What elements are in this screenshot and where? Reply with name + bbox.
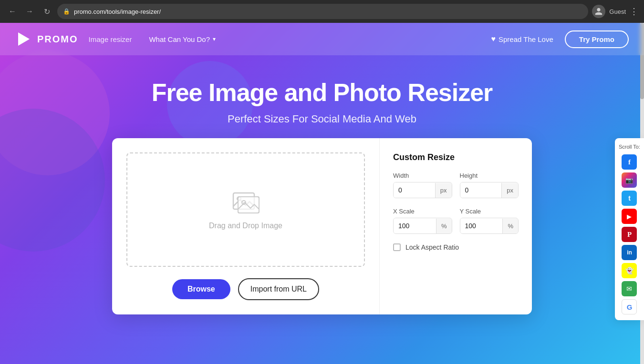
spread-love-label: Spread The Love	[499, 35, 553, 43]
width-label: Width	[393, 172, 452, 179]
app-header: PROMO Image resizer What Can You Do? ▾ ♥…	[0, 23, 644, 55]
menu-dots[interactable]: ⋮	[630, 6, 638, 17]
scroll-to-instagram[interactable]: 📷	[622, 172, 637, 188]
nav-label: What Can You Do?	[149, 35, 210, 43]
lock-aspect-label: Lock Aspect Ratio	[405, 243, 459, 251]
scroll-to-email[interactable]: ✉	[622, 281, 637, 296]
main-card: Drag and Drop Image Browse Import from U…	[112, 138, 532, 314]
xscale-input-wrap: %	[393, 218, 452, 234]
svg-marker-0	[18, 32, 30, 46]
upload-area: Drag and Drop Image Browse Import from U…	[112, 138, 379, 314]
hero-subtitle: Perfect Sizes For Social Media And Web	[0, 113, 644, 125]
lock-aspect-checkbox[interactable]	[393, 243, 401, 251]
yscale-unit: %	[502, 219, 518, 233]
xscale-group: X Scale %	[393, 208, 452, 234]
xscale-input[interactable]	[394, 218, 436, 233]
browser-right: Guest ⋮	[592, 5, 638, 18]
hero-text: Free Image and Photo Resizer Perfect Siz…	[0, 79, 644, 125]
yscale-group: Y Scale %	[460, 208, 519, 234]
nav-menu[interactable]: What Can You Do? ▾	[149, 35, 216, 43]
scroll-to-twitter[interactable]: t	[622, 191, 637, 206]
chevron-down-icon: ▾	[213, 36, 216, 42]
scroll-to-label: Scroll To:	[619, 144, 640, 150]
dimensions-row: Width px Height px	[393, 172, 519, 198]
try-promo-button[interactable]: Try Promo	[565, 30, 629, 48]
width-input-wrap: px	[393, 182, 452, 198]
guest-avatar[interactable]	[592, 5, 605, 18]
drop-zone[interactable]: Drag and Drop Image	[126, 152, 365, 267]
xscale-label: X Scale	[393, 208, 452, 215]
heart-icon: ♥	[491, 35, 496, 43]
height-label: Height	[460, 172, 519, 179]
app-title: Image resizer	[89, 35, 132, 43]
promo-logo-icon	[15, 30, 32, 48]
logo-area: PROMO Image resizer	[15, 30, 132, 48]
height-input[interactable]	[460, 182, 502, 198]
lock-icon: 🔒	[63, 8, 70, 15]
forward-button[interactable]: →	[23, 5, 36, 18]
height-unit: px	[501, 183, 518, 198]
scroll-to-pinterest[interactable]: P	[622, 227, 637, 242]
browse-button[interactable]: Browse	[172, 279, 230, 299]
yscale-label: Y Scale	[460, 208, 519, 215]
scroll-to-snapchat[interactable]: 👻	[622, 263, 637, 278]
back-button[interactable]: ←	[6, 5, 19, 18]
guest-label: Guest	[609, 8, 626, 15]
scroll-to-linkedin[interactable]: in	[622, 245, 637, 260]
image-placeholder-icon	[231, 189, 260, 216]
spread-love-button[interactable]: ♥ Spread The Love	[491, 35, 553, 43]
width-input[interactable]	[394, 182, 435, 198]
url-text: promo.com/tools/image-resizer/	[74, 8, 161, 15]
drop-label: Drag and Drop Image	[209, 222, 282, 230]
width-unit: px	[435, 183, 452, 198]
upload-buttons: Browse Import from URL	[172, 278, 319, 300]
svg-rect-3	[238, 197, 259, 213]
resize-title: Custom Resize	[393, 152, 519, 162]
scale-row: X Scale % Y Scale %	[393, 208, 519, 234]
browser-chrome: ← → ↻ 🔒 promo.com/tools/image-resizer/ G…	[0, 0, 644, 23]
import-url-button[interactable]: Import from URL	[238, 278, 319, 300]
address-bar[interactable]: 🔒 promo.com/tools/image-resizer/	[57, 4, 588, 19]
height-input-wrap: px	[460, 182, 519, 198]
scroll-sidebar: Scroll To: f 📷 t ▶ P in 👻 ✉ G	[615, 138, 644, 320]
xscale-unit: %	[436, 219, 452, 233]
scroll-to-youtube[interactable]: ▶	[622, 209, 637, 224]
height-group: Height px	[460, 172, 519, 198]
yscale-input-wrap: %	[460, 218, 519, 234]
header-right: ♥ Spread The Love Try Promo	[491, 30, 629, 48]
scroll-to-google[interactable]: G	[622, 299, 637, 314]
logo-text: PROMO	[37, 34, 78, 45]
width-group: Width px	[393, 172, 452, 198]
yscale-input[interactable]	[460, 218, 503, 233]
scroll-to-facebook[interactable]: f	[622, 154, 637, 170]
lock-ratio-row: Lock Aspect Ratio	[393, 243, 519, 251]
resize-panel: Custom Resize Width px Height px X S	[379, 138, 532, 314]
refresh-button[interactable]: ↻	[40, 5, 53, 18]
hero-title: Free Image and Photo Resizer	[0, 79, 644, 106]
